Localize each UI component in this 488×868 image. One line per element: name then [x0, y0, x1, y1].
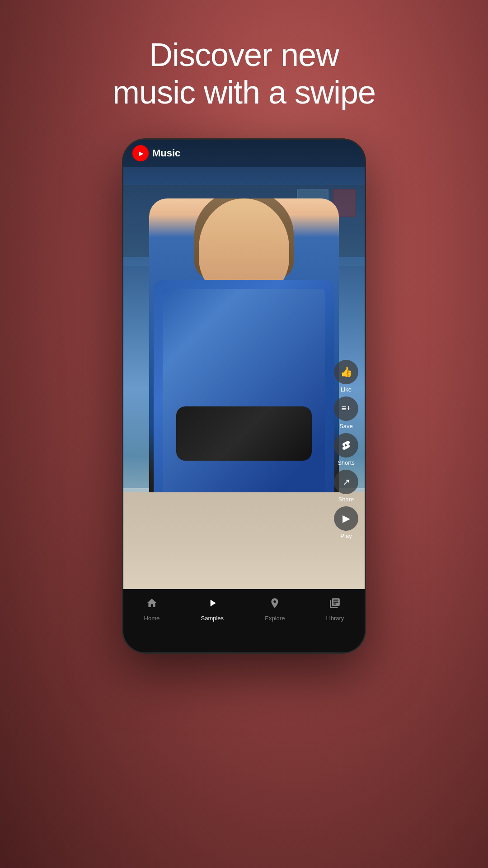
app-name: Music [152, 147, 180, 159]
like-button[interactable]: 👍 Like [334, 360, 358, 393]
share-label: Share [338, 496, 354, 503]
jacket [154, 280, 334, 524]
save-button[interactable]: ≡+ Save [334, 396, 358, 429]
yt-logo [132, 145, 149, 161]
save-icon: ≡+ [334, 396, 358, 421]
top-bar: Music [123, 140, 365, 167]
shorts-label: Shorts [338, 459, 355, 466]
nav-library[interactable]: Library [326, 597, 344, 622]
action-buttons: 👍 Like ≡+ Save Shorts ↗ Share ▶ Play [334, 360, 358, 539]
headline-line2: music with a swipe [113, 74, 375, 110]
samples-icon [206, 597, 218, 612]
headline: Discover new music with a swipe [81, 36, 407, 111]
play-button[interactable]: ▶ Play [334, 506, 358, 539]
save-label: Save [339, 423, 353, 429]
library-icon [329, 597, 341, 612]
headline-line1: Discover new [149, 37, 339, 73]
nav-explore[interactable]: Explore [265, 597, 285, 622]
shorts-icon [334, 433, 358, 458]
nav-samples-label: Samples [201, 615, 224, 622]
gloves [176, 406, 312, 461]
phone-mockup: Music 👍 Like ≡+ Save Shorts ↗ Share ▶ Pl… [122, 138, 366, 654]
play-icon: ▶ [334, 506, 358, 531]
nav-samples[interactable]: Samples [201, 597, 224, 622]
person-figure [149, 198, 339, 524]
nav-home[interactable]: Home [144, 597, 160, 622]
like-label: Like [341, 386, 352, 393]
share-icon: ↗ [334, 470, 358, 494]
nav-library-label: Library [326, 615, 344, 622]
video-area [123, 140, 365, 592]
nav-explore-label: Explore [265, 615, 285, 622]
home-icon [146, 597, 158, 612]
shorts-button[interactable]: Shorts [334, 433, 358, 466]
share-button[interactable]: ↗ Share [334, 470, 358, 503]
nav-home-label: Home [144, 615, 160, 622]
like-icon: 👍 [334, 360, 358, 384]
bottom-nav: Home Samples Explore Li [123, 589, 365, 652]
play-label: Play [340, 533, 352, 539]
explore-icon [269, 597, 281, 612]
